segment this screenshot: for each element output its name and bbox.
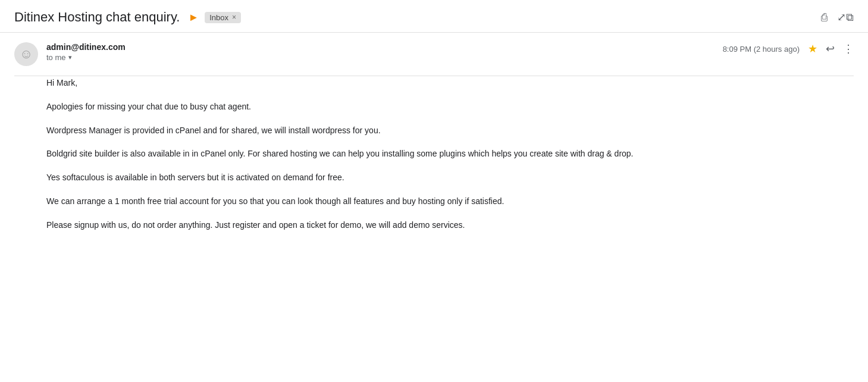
sender-row: ☺ admin@ditinex.com to me ▾ 8:09 PM (2 h… xyxy=(0,33,868,76)
sender-time: 8:09 PM (2 hours ago) xyxy=(723,45,800,54)
avatar-icon: ☺ xyxy=(20,46,33,62)
email-container: Ditinex Hosting chat enquiry. ► Inbox × … xyxy=(0,0,868,247)
star-icon[interactable]: ★ xyxy=(808,42,817,55)
body-line-7: Please signup with us, do not order anyt… xyxy=(46,218,854,233)
print-icon[interactable] xyxy=(821,11,828,24)
sender-meta: 8:09 PM (2 hours ago) ★ ↩ ⋮ xyxy=(723,42,854,55)
forward-icon: ► xyxy=(188,11,199,24)
more-options-icon[interactable]: ⋮ xyxy=(843,42,854,55)
body-line-6: We can arrange a 1 month free trial acco… xyxy=(46,195,854,209)
body-line-3: Wordpress Manager is provided in cPanel … xyxy=(46,124,854,138)
sender-name: admin@ditinex.com xyxy=(46,42,715,52)
chevron-down-icon: ▾ xyxy=(68,54,72,61)
body-line-1: Hi Mark, xyxy=(46,76,854,90)
email-body: Hi Mark, Apologies for missing your chat… xyxy=(0,76,868,247)
sender-to[interactable]: to me ▾ xyxy=(46,53,715,62)
to-me-label: to me xyxy=(46,53,66,62)
body-line-4: Boldgrid site builder is also available … xyxy=(46,147,854,161)
email-subject: Ditinex Hosting chat enquiry. xyxy=(14,10,180,25)
reply-icon[interactable]: ↩ xyxy=(826,42,835,55)
inbox-badge-label: Inbox xyxy=(209,13,228,22)
inbox-badge-close[interactable]: × xyxy=(232,13,236,21)
inbox-badge: Inbox × xyxy=(205,12,241,23)
header-actions: ⧉ xyxy=(821,11,854,24)
email-header: Ditinex Hosting chat enquiry. ► Inbox × … xyxy=(0,0,868,33)
body-line-2: Apologies for missing your chat due to b… xyxy=(46,100,854,114)
open-in-new-icon[interactable]: ⧉ xyxy=(837,11,854,24)
avatar: ☺ xyxy=(14,42,38,66)
body-line-5: Yes softaculous is available in both ser… xyxy=(46,171,854,185)
sender-info: admin@ditinex.com to me ▾ xyxy=(46,42,715,62)
